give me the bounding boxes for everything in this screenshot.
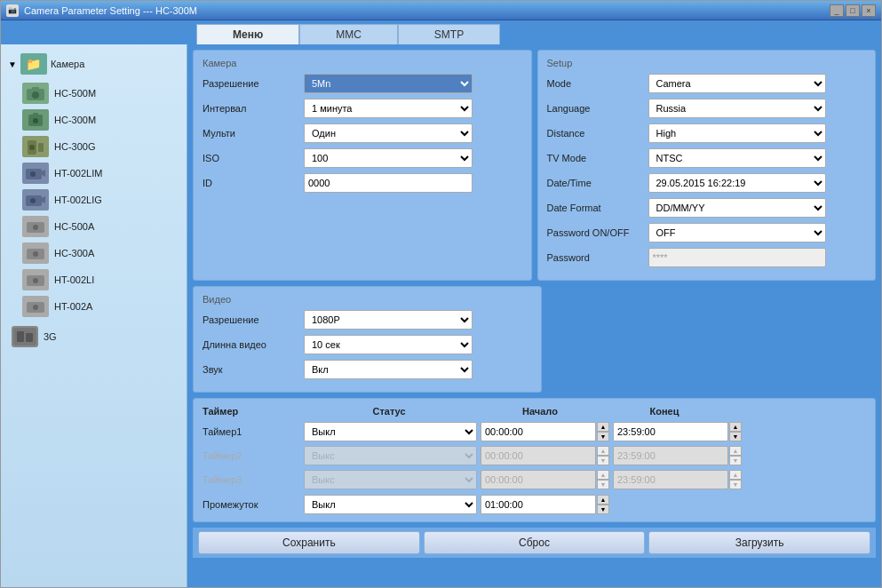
sidebar-item-hc300m[interactable]: HC-300M bbox=[4, 107, 183, 133]
timer3-end-up: ▲ bbox=[729, 470, 742, 480]
sidebar-label-hc300g: HC-300G bbox=[54, 141, 95, 152]
timer1-start-up[interactable]: ▲ bbox=[597, 422, 609, 432]
interval-down[interactable]: ▼ bbox=[597, 505, 609, 514]
sidebar-item-hc300a[interactable]: HC-300A bbox=[4, 240, 183, 266]
sidebar-item-ht002lig[interactable]: HT-002LIG bbox=[4, 187, 183, 213]
language-select[interactable]: Russia English bbox=[648, 99, 826, 118]
sidebar-item-ht002li[interactable]: HT-002LI bbox=[4, 266, 183, 293]
datetime-select[interactable]: 29.05.2015 16:22:19 bbox=[648, 173, 826, 193]
timer1-start-input[interactable] bbox=[481, 422, 596, 441]
interval-up[interactable]: ▲ bbox=[597, 495, 609, 505]
multi-row: Мульти Один Два bbox=[203, 123, 522, 143]
sidebar-label-3g: 3G bbox=[44, 331, 57, 342]
timer3-start-down: ▼ bbox=[597, 480, 609, 489]
timer3-start-input bbox=[481, 470, 596, 489]
password-onoff-label: Password ON/OFF bbox=[547, 227, 645, 238]
timer1-end-up[interactable]: ▲ bbox=[729, 422, 742, 432]
title-bar: 📷 Camera Parameter Setting --- HC-300M _… bbox=[1, 1, 881, 20]
save-button[interactable]: Сохранить bbox=[198, 531, 420, 554]
timer1-start-down[interactable]: ▼ bbox=[597, 432, 609, 441]
tab-menu[interactable]: Меню bbox=[196, 24, 299, 44]
maximize-button[interactable]: □ bbox=[846, 4, 860, 17]
sidebar-item-ht002a[interactable]: HT-002A bbox=[4, 293, 183, 320]
timer-col-end: Конец bbox=[602, 406, 727, 417]
id-input[interactable] bbox=[304, 173, 473, 193]
sound-select[interactable]: Вкл Выкл bbox=[304, 360, 473, 379]
video-length-select[interactable]: 10 сек 30 сек bbox=[304, 335, 473, 354]
tvmode-label: TV Mode bbox=[547, 153, 645, 163]
load-button[interactable]: Загрузить bbox=[648, 531, 870, 554]
tab-smtp[interactable]: SMTP bbox=[398, 24, 500, 44]
svg-rect-24 bbox=[17, 331, 24, 342]
sidebar-item-icon-hc300g bbox=[22, 136, 49, 157]
sidebar-item-icon-hc500m bbox=[22, 83, 49, 104]
timer1-status-select[interactable]: ВыклВкл bbox=[304, 422, 477, 441]
timer3-row: Таймер3 Выкс ▲ ▼ ▲ bbox=[203, 470, 866, 489]
reset-button[interactable]: Сброс bbox=[424, 531, 646, 554]
video-resolution-label: Разрешение bbox=[203, 314, 300, 325]
sidebar-item-3g[interactable]: 3G bbox=[4, 323, 183, 350]
interval-label: Промежуток bbox=[203, 499, 300, 510]
timer2-start-group: ▲ ▼ bbox=[481, 446, 609, 465]
iso-row: ISO 100 200 bbox=[203, 148, 522, 168]
sidebar-label-hc300m: HC-300M bbox=[54, 115, 96, 125]
svg-rect-7 bbox=[38, 143, 44, 152]
sidebar-item-hc300g[interactable]: HC-300G bbox=[4, 133, 183, 160]
svg-point-20 bbox=[33, 278, 38, 283]
video-length-row: Длинна видео 10 сек 30 сек bbox=[203, 335, 532, 354]
content-area: Камера Разрешение 5Mn 8Mn 12Mn Интервал bbox=[187, 44, 881, 587]
tab-mmc[interactable]: MMC bbox=[299, 24, 398, 44]
distance-label: Distance bbox=[547, 128, 645, 139]
sidebar: ▼ 📁 Камера HC-500M HC-300M bbox=[1, 44, 187, 587]
tvmode-select[interactable]: NTSC PAL bbox=[648, 148, 826, 168]
video-resolution-select[interactable]: 1080P 720P bbox=[304, 310, 473, 330]
timer2-start-spinner: ▲ ▼ bbox=[597, 446, 609, 465]
svg-rect-5 bbox=[33, 113, 38, 116]
interval-select[interactable]: ВыклВкл bbox=[304, 495, 477, 514]
timer2-status-select[interactable]: Выкс bbox=[304, 446, 477, 465]
id-row: ID bbox=[203, 173, 522, 193]
mode-select[interactable]: Camera Video bbox=[648, 74, 826, 93]
timer1-row: Таймер1 ВыклВкл ▲ ▼ ▲ bbox=[203, 422, 866, 441]
timer3-status-select[interactable]: Выкс bbox=[304, 470, 477, 489]
timer2-label: Таймер2 bbox=[203, 450, 300, 461]
sidebar-item-icon-ht002li bbox=[22, 269, 49, 290]
window-icon: 📷 bbox=[6, 4, 19, 17]
timer1-start-group: ▲ ▼ bbox=[481, 422, 609, 441]
password-input[interactable] bbox=[648, 248, 826, 267]
dateformat-select[interactable]: DD/MM/YY MM/DD/YY bbox=[648, 198, 826, 218]
setup-panel-title: Setup bbox=[547, 58, 867, 68]
distance-row: Distance High Middle Low bbox=[547, 123, 867, 143]
distance-select[interactable]: High Middle Low bbox=[648, 123, 826, 143]
iso-select[interactable]: 100 200 bbox=[304, 148, 473, 168]
timer-section: Таймер Статус Начало Конец Таймер1 ВыклВ… bbox=[193, 398, 876, 522]
main-content: ▼ 📁 Камера HC-500M HC-300M bbox=[1, 44, 881, 587]
resolution-row: Разрешение 5Mn 8Mn 12Mn bbox=[203, 74, 522, 93]
svg-point-18 bbox=[33, 251, 38, 257]
video-panel-title: Видео bbox=[203, 294, 532, 305]
interval-row: Промежуток ВыклВкл ▲ ▼ bbox=[203, 495, 866, 514]
timer1-label: Таймер1 bbox=[203, 426, 300, 437]
sidebar-item-hc500a[interactable]: HC-500A bbox=[4, 213, 183, 240]
interval-select[interactable]: 1 минута 5 минут bbox=[304, 99, 473, 118]
timer1-end-input[interactable] bbox=[613, 422, 728, 441]
tree-expand-icon[interactable]: ▼ bbox=[8, 60, 17, 69]
minimize-button[interactable]: _ bbox=[830, 4, 844, 17]
svg-rect-25 bbox=[26, 333, 33, 342]
sidebar-label-ht002li: HT-002LI bbox=[54, 274, 94, 285]
sound-label: Звук bbox=[203, 364, 300, 375]
close-button[interactable]: × bbox=[862, 4, 876, 17]
resolution-select[interactable]: 5Mn 8Mn 12Mn bbox=[304, 74, 473, 93]
sidebar-item-hc500m[interactable]: HC-500M bbox=[4, 80, 183, 107]
password-onoff-select[interactable]: OFF ON bbox=[648, 223, 826, 242]
multi-select[interactable]: Один Два bbox=[304, 123, 473, 143]
timer3-end-group: ▲ ▼ bbox=[613, 470, 742, 489]
timer2-end-group: ▲ ▼ bbox=[613, 446, 742, 465]
timer1-end-down[interactable]: ▼ bbox=[729, 432, 742, 441]
svg-point-14 bbox=[30, 198, 36, 203]
timer2-start-input bbox=[481, 446, 596, 465]
svg-point-8 bbox=[29, 145, 35, 150]
sidebar-item-ht002lim[interactable]: HT-002LIM bbox=[4, 160, 183, 187]
camera-panel: Камера Разрешение 5Mn 8Mn 12Mn Интервал bbox=[193, 50, 532, 281]
interval-time-input[interactable] bbox=[481, 495, 596, 514]
